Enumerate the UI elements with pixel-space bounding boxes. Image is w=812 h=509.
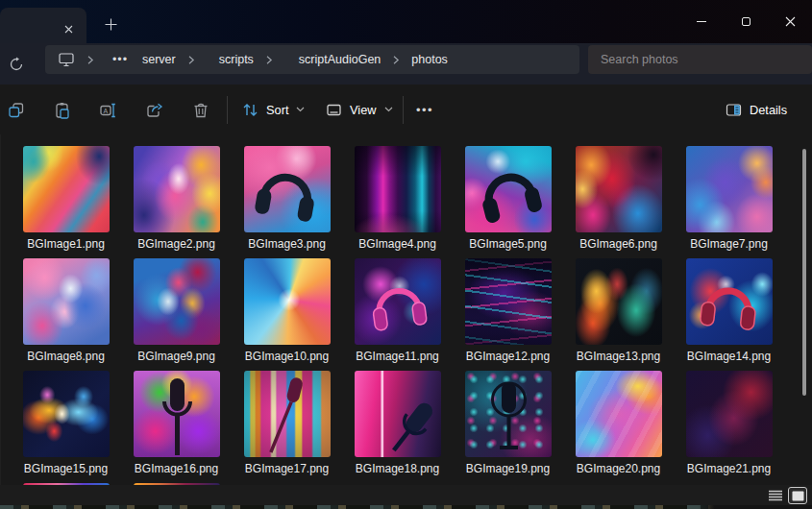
file-tile[interactable]: BGImage9.png: [121, 258, 232, 371]
file-tile[interactable]: BGImage3.png: [232, 146, 342, 258]
file-tile[interactable]: BGImage1.png: [11, 146, 121, 258]
file-label: BGImage8.png: [11, 350, 121, 363]
headphones-art: [465, 146, 552, 232]
headphones-art: [686, 258, 773, 345]
file-tile[interactable]: BGImage11.png: [342, 258, 453, 371]
file-tile[interactable]: BGImage7.png: [674, 146, 784, 258]
scrollbar-thumb[interactable]: [802, 149, 806, 396]
file-thumbnail: [465, 371, 552, 457]
delete-button[interactable]: [192, 102, 209, 119]
headphones-art: [244, 146, 331, 232]
share-button[interactable]: [146, 102, 163, 119]
refresh-button[interactable]: [9, 57, 24, 72]
chevron-down-icon: [296, 107, 305, 112]
thumbnail-view-button[interactable]: [788, 487, 807, 504]
maximize-icon: [742, 17, 750, 26]
titlebar: [0, 0, 812, 43]
toolbar-separator: [403, 96, 404, 124]
file-label: BGImage1.png: [11, 237, 121, 251]
file-tile[interactable]: BGImage10.png: [232, 258, 342, 371]
file-label: BGImage6.png: [563, 237, 674, 251]
file-label: BGImage21.png: [674, 462, 784, 475]
file-tile[interactable]: BGImage8.png: [11, 258, 121, 371]
file-tile[interactable]: BGImage21.png: [674, 371, 784, 483]
file-label: BGImage18.png: [342, 462, 453, 475]
file-tile[interactable]: BGImage4.png: [342, 146, 453, 258]
file-label: BGImage2.png: [121, 237, 232, 251]
microphone-art: [355, 371, 441, 457]
file-label: BGImage11.png: [342, 350, 453, 363]
file-tile[interactable]: BGImage12.png: [453, 258, 563, 371]
sort-button[interactable]: Sort: [234, 94, 312, 125]
file-thumbnail: [576, 258, 662, 345]
address-field[interactable]: ••• server scripts scriptAudioGen photos: [45, 45, 579, 74]
breadcrumb-overflow[interactable]: •••: [106, 53, 135, 66]
file-tile[interactable]: BGImage19.png: [453, 371, 563, 483]
file-tile[interactable]: BGImage16.png: [121, 371, 232, 483]
view-button[interactable]: View: [318, 94, 401, 125]
breadcrumb-server[interactable]: server: [142, 53, 176, 66]
microphone-art: [244, 371, 331, 457]
more-options-button[interactable]: •••: [409, 94, 440, 125]
toolbar-separator: [227, 96, 228, 124]
minimize-button[interactable]: [679, 0, 724, 43]
paste-button[interactable]: [54, 102, 71, 119]
file-thumbnail: [576, 371, 662, 457]
copy-button[interactable]: [8, 102, 25, 119]
this-pc-icon: [58, 52, 75, 67]
file-tile[interactable]: BGImage13.png: [563, 258, 674, 371]
tab-close-icon[interactable]: [61, 21, 76, 36]
file-thumbnail: [355, 258, 441, 345]
rename-button[interactable]: A: [100, 102, 117, 119]
microphone-art: [134, 371, 220, 457]
maximize-button[interactable]: [724, 0, 768, 43]
file-thumbnail: [244, 146, 331, 232]
svg-text:A: A: [104, 108, 109, 114]
close-button[interactable]: [768, 0, 812, 43]
file-label: BGImage7.png: [674, 237, 784, 251]
file-tile[interactable]: BGImage20.png: [563, 371, 674, 483]
file-tile[interactable]: BGImage18.png: [342, 371, 453, 483]
chevron-down-icon: [384, 107, 393, 112]
plus-icon: [105, 18, 117, 31]
address-bar-row: ••• server scripts scriptAudioGen photos…: [0, 43, 812, 85]
file-tile[interactable]: BGImage6.png: [563, 146, 674, 258]
file-tile[interactable]: BGImage14.png: [674, 258, 784, 371]
file-tile[interactable]: BGImage5.png: [453, 146, 563, 258]
breadcrumb-chevron-icon: [81, 56, 100, 64]
file-thumbnail: [134, 146, 220, 232]
file-label: BGImage16.png: [121, 462, 232, 475]
breadcrumb-scripts[interactable]: scripts: [219, 53, 254, 66]
details-button[interactable]: Details: [718, 94, 795, 125]
search-input[interactable]: Search photos: [588, 45, 812, 74]
file-thumbnail: [244, 258, 331, 345]
file-thumbnail: [576, 146, 662, 232]
file-thumbnail: [686, 371, 773, 457]
explorer-tab[interactable]: [0, 8, 86, 43]
file-thumbnail: [355, 371, 441, 457]
file-thumbnail: [686, 258, 773, 345]
new-tab-button[interactable]: [99, 12, 122, 36]
file-label: BGImage5.png: [453, 237, 563, 251]
details-view-button[interactable]: [766, 487, 785, 504]
file-thumbnail: [465, 146, 552, 232]
minimize-icon: [697, 21, 706, 22]
file-thumbnail: [23, 146, 110, 232]
file-tile[interactable]: BGImage17.png: [232, 371, 342, 483]
file-tile[interactable]: BGImage15.png: [11, 371, 121, 483]
thumbnail-view-icon: [792, 491, 804, 501]
file-label: BGImage9.png: [121, 350, 232, 363]
view-label: View: [350, 103, 377, 117]
file-label: BGImage12.png: [453, 350, 563, 363]
breadcrumb-photos[interactable]: photos: [411, 53, 448, 66]
sort-label: Sort: [266, 103, 288, 117]
file-label: BGImage3.png: [232, 237, 342, 251]
file-tile[interactable]: BGImage2.png: [121, 146, 232, 258]
file-label: BGImage20.png: [563, 462, 674, 475]
close-icon: [785, 16, 796, 27]
file-thumbnail: [355, 146, 441, 232]
sort-icon: [242, 102, 258, 118]
file-thumbnail: [23, 371, 110, 457]
status-bar: [0, 485, 812, 505]
breadcrumb-scriptaudiogen[interactable]: scriptAudioGen: [299, 53, 381, 66]
